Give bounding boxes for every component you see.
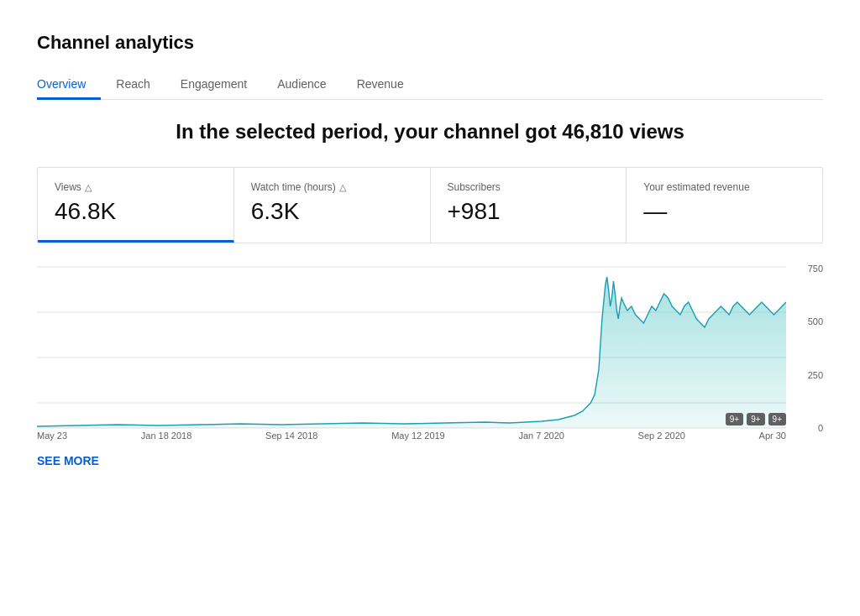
warning-icon-watchtime: △ [339, 182, 346, 193]
y-label-250: 250 [789, 370, 823, 380]
chart-area: 750 500 250 0 9+ 9+ 9+ May 23 Jan 18 201… [37, 260, 823, 441]
chart-svg [37, 260, 786, 436]
metric-value-revenue: — [643, 198, 805, 225]
metric-card-watchtime[interactable]: Watch time (hours) △ 6.3K [234, 168, 431, 243]
metric-label-watchtime: Watch time (hours) △ [251, 181, 413, 193]
y-label-500: 500 [789, 316, 823, 326]
legend-badge-2: 9+ [768, 413, 786, 425]
tab-reach[interactable]: Reach [101, 69, 165, 99]
metric-value-subscribers: +981 [448, 198, 610, 225]
metric-card-subscribers[interactable]: Subscribers +981 [431, 168, 627, 243]
page-title: Channel analytics [37, 32, 823, 54]
legend-badges: 9+ 9+ 9+ [37, 413, 823, 425]
tab-revenue[interactable]: Revenue [342, 69, 419, 99]
metric-value-views: 46.8K [55, 198, 217, 225]
metric-label-views: Views △ [55, 181, 217, 193]
see-more-link[interactable]: SEE MORE [37, 454, 99, 467]
metrics-row: Views △ 46.8K Watch time (hours) △ 6.3K … [37, 167, 823, 243]
tab-engagement[interactable]: Engagement [165, 69, 262, 99]
metric-label-revenue: Your estimated revenue [643, 181, 805, 193]
tab-audience[interactable]: Audience [262, 69, 341, 99]
metric-label-subscribers: Subscribers [448, 181, 610, 193]
legend-badge-1: 9+ [747, 413, 764, 425]
warning-icon-views: △ [85, 182, 92, 193]
chart-container: 750 500 250 0 [37, 260, 823, 436]
y-axis-labels: 750 500 250 0 [789, 260, 823, 436]
tab-overview[interactable]: Overview [37, 69, 101, 99]
metric-value-watchtime: 6.3K [251, 198, 413, 225]
y-label-750: 750 [789, 264, 823, 274]
metric-card-revenue[interactable]: Your estimated revenue — [627, 168, 822, 243]
metric-card-views[interactable]: Views △ 46.8K [38, 168, 234, 243]
summary-headline: In the selected period, your channel got… [37, 120, 823, 144]
page-container: Channel analytics Overview Reach Engagem… [17, 17, 843, 599]
tabs-nav: Overview Reach Engagement Audience Reven… [37, 69, 823, 100]
legend-badge-0: 9+ [726, 413, 743, 425]
